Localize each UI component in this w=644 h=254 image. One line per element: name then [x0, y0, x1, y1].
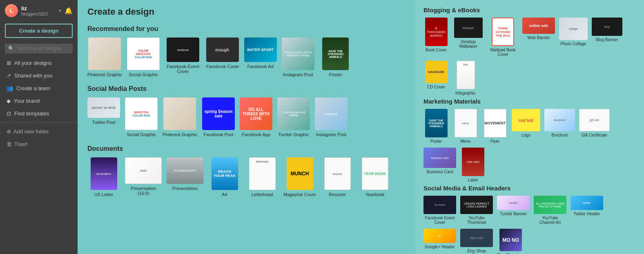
card-magazine-cover[interactable]: MUNCH Magazine Cover [283, 157, 316, 197]
card-resume[interactable]: resume Resume [321, 157, 354, 197]
card-poster[interactable]: SAVE THE STRANDED ANIMALS Poster [319, 38, 352, 77]
rt-logo-thumb: rod kid [512, 109, 540, 131]
card-label: Instagram Post [283, 72, 313, 77]
card-label: Twitter Post [92, 120, 115, 125]
pinterest2-thumb [163, 97, 196, 130]
rt-tumblr-thumb: tumblr [497, 196, 530, 210]
card-pinterest-graphic-2[interactable]: Pinterest Graphic [163, 97, 197, 137]
kilimanjaro-thumb: KILIMANJARO [167, 157, 203, 184]
right-card-cd-cover[interactable]: DAUDADE CD Cover [423, 61, 449, 95]
social-media-section: Social Media Posts person at desk Twitte… [87, 85, 406, 137]
card-label: Instagram Post [316, 132, 346, 137]
right-card-label: Menu [460, 139, 470, 144]
right-card-label[interactable]: TOR VNO Label [460, 148, 486, 182]
right-card-wattpad[interactable]: THINK OUTSIDE THE BOX Wattpad Book Cover [488, 18, 518, 57]
desktop-thumb: wallpaper [454, 18, 483, 38]
card-fb-event-cover[interactable]: workout Facebook Event Cover [165, 38, 201, 77]
folder-label: Add new folder [13, 128, 49, 135]
right-card-etsy-icon[interactable]: MO NO Etsy Shop Icon [497, 229, 524, 254]
spring-thumb: spring Season sale [202, 97, 235, 130]
card-presentation[interactable]: KILIMANJARO Presentation [167, 157, 203, 197]
photo-collage-thumb: collage [559, 18, 588, 40]
right-card-business-card[interactable]: business card Business Card [423, 148, 456, 182]
right-card-label: Book Cover [426, 48, 447, 52]
right-card-gift-cert[interactable]: gift cert Gift Certificate [579, 109, 610, 144]
right-card-desktop-wallpaper[interactable]: wallpaper Desktop Wallpaper [453, 18, 484, 57]
sidebar-item-your-brand[interactable]: ◆ Your brand [0, 95, 78, 107]
add-folder-button[interactable]: ⊕ Add new folder [0, 125, 78, 138]
card-letterhead[interactable]: letterhead Letterhead [246, 157, 279, 197]
card-instagram-post[interactable]: I look my best self I'm totally fine hol… [282, 38, 314, 77]
card-social-graphic-2[interactable]: BRIXTON COLOR RUN Social Graphic [125, 97, 158, 137]
right-card-tumblr-banner[interactable]: tumblr Tumblr Banner [497, 196, 530, 225]
infographic-thumb: info [457, 61, 475, 89]
magazine-thumb: MUNCH [287, 157, 313, 190]
card-fb-ad[interactable]: WATER SPORT Facebook Ad [244, 38, 277, 77]
right-card-logo[interactable]: rod kid Logo [512, 109, 540, 144]
card-tumblr-graphic[interactable]: I look my best self holiday Tumblr Graph… [277, 97, 310, 137]
sidebar-item-shared[interactable]: ↗ Shared with you [0, 69, 78, 82]
sidebar-item-all-designs[interactable]: ⊞ All your designs [0, 57, 78, 69]
card-pinterest-graphic[interactable]: Pinterest Graphic [87, 38, 122, 77]
card-a4[interactable]: REACH YOUR PEAK A4 [208, 157, 241, 197]
card-us-letter[interactable]: illustration US Letter [87, 157, 120, 197]
right-card-book-cover[interactable]: A THOUSAND WORDS Book Cover [423, 18, 449, 57]
create-design-button[interactable]: Create a design [5, 24, 73, 38]
sidebar-item-find-templates[interactable]: ⊡ Find templates [0, 107, 78, 120]
sidebar-item-trash[interactable]: 🗑 Trash [0, 138, 78, 150]
fb-cover-thumb: enough. [206, 38, 239, 62]
cd-thumb: DAUDADE [425, 61, 448, 83]
right-card-label: Brochure [551, 133, 568, 137]
card-facebook-post[interactable]: spring Season sale Facebook Post [202, 97, 235, 137]
right-card-label: Infographic [455, 91, 475, 95]
notification-bell-icon[interactable]: 🔔 [65, 7, 73, 15]
right-card-label: Wattpad Book Cover [488, 48, 518, 57]
sidebar-label-shared: Shared with you [14, 73, 52, 79]
right-card-blog-banner[interactable]: blog Blog Banner [592, 18, 622, 57]
right-card-brochure[interactable]: brochure Brochure [544, 109, 575, 144]
recommended-cards-row: Pinterest Graphic COLOR BRIXTON COLOR RU… [87, 38, 406, 77]
marketing-title: Marketing Materials [423, 98, 636, 105]
chevron-down-icon[interactable]: ▾ [59, 8, 61, 13]
rt-fb-event-thumb: fb event [423, 196, 456, 214]
right-card-etsy-cover[interactable]: etsy cover Etsy Shop Cover [460, 229, 493, 254]
right-card-flyer[interactable]: MOVEMENT Flyer [482, 109, 508, 144]
right-card-yt-thumbnail[interactable]: CREATE PERFECT LONG LASHES YouTube Thumb… [460, 196, 493, 225]
sidebar-item-create-team[interactable]: 👥 Create a team [0, 82, 78, 95]
right-card-fb-event[interactable]: fb event Facebook Event Cover [423, 196, 456, 225]
right-card-yt-channel[interactable]: ALL PROMISES TAKE PEACE OF MIND YouTube … [534, 196, 566, 225]
rt-twitter-thumb: twitter [570, 196, 603, 210]
wattpad-thumb: THINK OUTSIDE THE BOX [492, 18, 514, 46]
card-label: Magazine Cover [283, 192, 316, 197]
right-card-infographic[interactable]: info Infographic [453, 61, 478, 95]
yearbook-thumb: YEAR BOOK [362, 157, 388, 190]
user-profile[interactable]: L liz bloggersSEO ▾ 🔔 [0, 0, 78, 21]
card-label: Social Graphic [127, 132, 156, 137]
card-yearbook[interactable]: YEAR BOOK Yearbook [359, 157, 391, 197]
letterhead-thumb: letterhead [249, 157, 276, 190]
card-facebook-app[interactable]: DO ALL THINGS WITH LOVE Facebook App [240, 97, 272, 137]
card-instagram-post-2[interactable]: Instagram Instagram Post [315, 97, 348, 137]
card-presentation-16-9[interactable]: slide Presentation (16:9) [125, 157, 162, 197]
right-card-label: Logo [521, 133, 530, 137]
user-info: liz bloggersSEO [21, 5, 56, 16]
right-card-twitter-header[interactable]: twitter Twitter Header [570, 196, 603, 225]
card-label: Facebook Cover [206, 64, 239, 69]
card-social-graphic[interactable]: COLOR BRIXTON COLOR RUN Social Graphic [127, 38, 160, 77]
card-label: Facebook App [242, 132, 270, 137]
right-card-menu[interactable]: menu Menu [453, 109, 478, 144]
user-name: liz [21, 5, 56, 11]
card-fb-cover[interactable]: enough. Facebook Cover [206, 38, 239, 77]
brand-icon: ◆ [7, 98, 11, 104]
us-letter-thumb: illustration [91, 157, 117, 190]
right-card-google-header[interactable]: G+ Google+ Header [423, 229, 456, 254]
card-label: A4 [222, 192, 227, 197]
sidebar-label-your-brand: Your brand [14, 98, 40, 104]
right-card-photo-collage[interactable]: collage Photo Collage [559, 18, 588, 57]
search-input[interactable] [17, 46, 78, 51]
page-title: Create a design [87, 7, 406, 17]
right-card-web-banner[interactable]: online sale Web Banner [522, 18, 555, 57]
right-card-poster[interactable]: SAVE THE STRANDED ANIMALS Poster [423, 109, 449, 144]
card-twitter-post[interactable]: person at desk Twitter Post [87, 97, 120, 137]
right-card-label: YouTube Channel Art [535, 216, 566, 225]
